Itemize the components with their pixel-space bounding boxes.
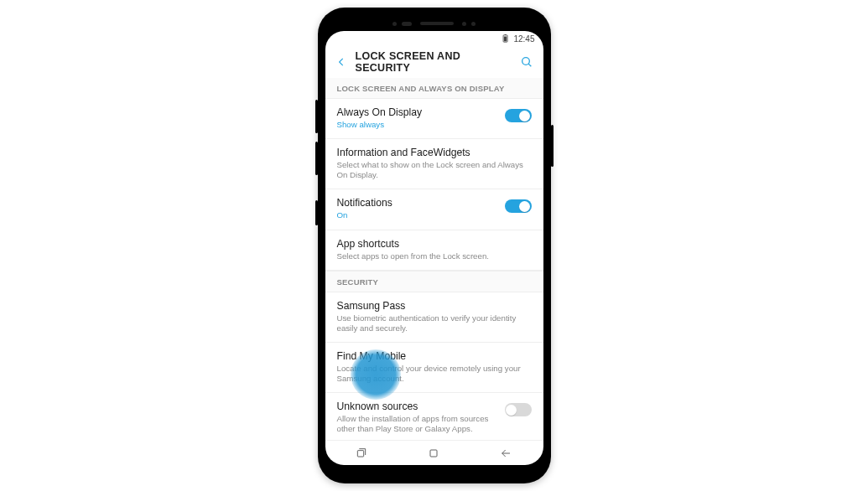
toggle-unknown-sources[interactable] [505,403,532,416]
row-sub: On [337,210,498,220]
row-sub: Use biometric authentication to verify y… [337,313,532,333]
back-button[interactable] [335,56,347,68]
row-title: Samsung Pass [337,300,532,312]
row-samsung-pass[interactable]: Samsung Pass Use biometric authenticatio… [325,292,543,343]
svg-line-4 [528,64,531,66]
toggle-notifications[interactable] [505,199,532,213]
row-sub: Locate and control your device remotely … [337,364,532,384]
row-title: Always On Display [337,106,498,118]
app-header: LOCK SCREEN AND SECURITY [325,46,543,78]
row-sub: Select what to show on the Lock screen a… [337,160,532,180]
row-information-facewidgets[interactable]: Information and FaceWidgets Select what … [325,139,543,189]
svg-rect-6 [430,450,437,457]
row-sub: Show always [337,120,498,130]
row-title: Notifications [337,197,498,209]
svg-rect-5 [357,450,363,456]
row-always-on-display[interactable]: Always On Display Show always [325,99,543,139]
row-app-shortcuts[interactable]: App shortcuts Select apps to open from t… [325,230,543,271]
row-sub: Select apps to open from the Lock screen… [337,251,532,261]
recents-button[interactable] [355,447,368,460]
screen: 12:45 LOCK SCREEN AND SECURITY LOCK SCRE… [325,31,543,465]
status-bar: 12:45 [325,31,543,46]
svg-point-3 [522,58,529,65]
svg-rect-2 [504,37,507,42]
row-title: Find My Mobile [337,350,532,362]
search-icon[interactable] [520,55,533,69]
battery-icon [502,34,510,43]
row-title: App shortcuts [337,238,532,250]
row-unknown-sources[interactable]: Unknown sources Allow the installation o… [325,393,543,440]
navigation-bar [325,440,543,465]
status-time: 12:45 [513,34,534,44]
row-notifications[interactable]: Notifications On [325,189,543,230]
home-button[interactable] [427,447,440,460]
phone-frame: 12:45 LOCK SCREEN AND SECURITY LOCK SCRE… [318,8,551,483]
row-find-my-mobile[interactable]: Find My Mobile Locate and control your d… [325,343,543,393]
settings-list: LOCK SCREEN AND ALWAYS ON DISPLAY Always… [325,78,543,440]
row-title: Unknown sources [337,401,498,412]
row-title: Information and FaceWidgets [337,147,532,158]
svg-rect-1 [505,34,507,35]
page-title: LOCK SCREEN AND SECURITY [356,50,512,74]
toggle-always-on-display[interactable] [505,109,532,122]
section-header-display: LOCK SCREEN AND ALWAYS ON DISPLAY [325,78,543,99]
back-nav-button[interactable] [500,447,513,460]
row-sub: Allow the installation of apps from sour… [337,414,498,434]
section-header-security: SECURITY [325,271,543,292]
